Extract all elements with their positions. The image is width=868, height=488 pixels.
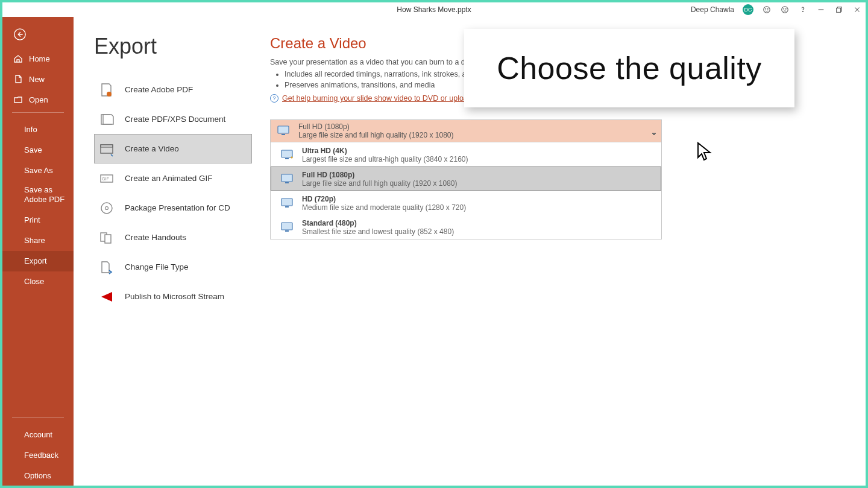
annotation-card: Choose the quality: [464, 29, 794, 107]
svg-rect-14: [101, 145, 113, 153]
export-item-label: Create an Animated GIF: [125, 174, 213, 183]
monitor-icon: [279, 171, 295, 187]
sidebar-label: Home: [29, 54, 50, 63]
svg-rect-31: [285, 230, 289, 232]
sidebar-item-share[interactable]: Share: [2, 230, 74, 251]
svg-rect-26: [281, 174, 292, 182]
quality-option-uhd[interactable]: Ultra HD (4K) Largest file size and ultr…: [271, 142, 661, 166]
export-item-create-video[interactable]: Create a Video: [94, 134, 252, 163]
monitor-icon: [279, 220, 295, 235]
pdf-xps-icon: [98, 111, 115, 128]
quality-dropdown-selected[interactable]: Full HD (1080p) Large file size and full…: [270, 119, 662, 142]
face-sad-icon[interactable]: [780, 5, 790, 14]
quality-option-hd[interactable]: HD (720p) Medium file size and moderate …: [271, 191, 661, 215]
export-title: Export: [94, 34, 252, 59]
export-item-label: Create Adobe PDF: [125, 85, 193, 94]
sidebar-item-saveas[interactable]: Save As: [2, 160, 74, 180]
face-happy-icon[interactable]: [762, 5, 772, 14]
monitor-icon: [275, 123, 291, 139]
sidebar-item-export[interactable]: Export: [2, 251, 74, 271]
export-item-publish-stream[interactable]: Publish to Microsoft Stream: [94, 282, 252, 311]
svg-point-6: [802, 11, 803, 12]
export-item-pdf-xps[interactable]: Create PDF/XPS Document: [94, 104, 252, 134]
export-item-adobe-pdf[interactable]: Create Adobe PDF: [94, 75, 252, 104]
quality-dropdown-list: Ultra HD (4K) Largest file size and ultr…: [270, 142, 662, 239]
sidebar-item-open[interactable]: Open: [2, 89, 74, 110]
selected-quality-desc: Large file size and full high quality (1…: [298, 131, 454, 139]
svg-point-5: [785, 8, 786, 9]
export-item-handouts[interactable]: Create Handouts: [94, 223, 252, 252]
export-item-label: Package Presentation for CD: [125, 203, 230, 212]
new-icon: [13, 74, 23, 84]
chevron-down-icon: [652, 128, 656, 133]
minimize-icon[interactable]: [816, 5, 826, 14]
option-title: Standard (480p): [302, 219, 454, 227]
quality-dropdown: Full HD (1080p) Large file size and full…: [270, 119, 662, 239]
restore-icon[interactable]: [834, 5, 844, 14]
user-name: Deep Chawla: [691, 5, 734, 14]
export-item-label: Create PDF/XPS Document: [125, 115, 225, 124]
svg-point-0: [764, 7, 770, 13]
export-item-package-cd[interactable]: Package Presentation for CD: [94, 193, 252, 223]
sidebar-item-feedback[interactable]: Feedback: [2, 445, 74, 465]
svg-point-3: [782, 7, 788, 13]
svg-point-18: [101, 203, 112, 214]
back-button[interactable]: [2, 21, 74, 48]
sidebar-item-home[interactable]: Home: [2, 48, 74, 69]
sidebar-label: New: [29, 75, 45, 84]
export-item-label: Create Handouts: [125, 233, 186, 242]
help-icon[interactable]: [798, 5, 808, 14]
svg-point-4: [784, 8, 784, 9]
sidebar-item-options[interactable]: Options: [2, 465, 74, 486]
export-item-animated-gif[interactable]: GIF Create an Animated GIF: [94, 163, 252, 193]
export-item-label: Create a Video: [125, 144, 179, 153]
svg-point-19: [105, 206, 108, 209]
svg-rect-21: [105, 235, 111, 243]
export-item-label: Change File Type: [125, 262, 189, 271]
open-icon: [13, 95, 23, 104]
option-desc: Largest file size and ultra-high quality…: [302, 155, 468, 163]
change-filetype-icon: [98, 259, 115, 276]
svg-rect-23: [281, 134, 285, 135]
option-desc: Medium file size and moderate quality (1…: [302, 203, 466, 212]
sidebar-item-print[interactable]: Print: [2, 210, 74, 230]
svg-rect-22: [278, 126, 289, 133]
svg-point-1: [766, 8, 766, 9]
sidebar-item-account[interactable]: Account: [2, 424, 74, 445]
option-title: HD (720p): [302, 195, 466, 203]
document-title: How Sharks Move.pptx: [397, 5, 471, 14]
sidebar-item-new[interactable]: New: [2, 69, 74, 89]
svg-rect-9: [837, 8, 841, 12]
cd-icon: [98, 200, 115, 217]
quality-option-sd[interactable]: Standard (480p) Smallest file size and l…: [271, 215, 661, 239]
option-desc: Large file size and full high quality (1…: [302, 179, 458, 188]
export-item-label: Publish to Microsoft Stream: [125, 292, 224, 301]
title-bar: How Sharks Move.pptx Deep Chawla DC: [2, 2, 866, 17]
option-desc: Smallest file size and lowest quality (8…: [302, 227, 454, 236]
selected-quality-title: Full HD (1080p): [298, 122, 454, 131]
annotation-text: Choose the quality: [497, 50, 762, 86]
backstage-sidebar: Home New Open Info Save Save As Save as …: [2, 17, 74, 486]
svg-rect-30: [281, 223, 292, 230]
close-icon[interactable]: [852, 5, 862, 14]
monitor-icon: [279, 147, 295, 163]
svg-rect-25: [285, 158, 289, 159]
export-panel: Export Create Adobe PDF Create PDF/XPS D…: [74, 17, 252, 486]
svg-point-2: [767, 8, 768, 9]
user-avatar[interactable]: DC: [743, 4, 753, 15]
export-item-change-filetype[interactable]: Change File Type: [94, 252, 252, 282]
video-icon: [98, 141, 115, 157]
sidebar-label: Open: [29, 95, 48, 104]
svg-rect-28: [281, 198, 292, 206]
sidebar-item-close[interactable]: Close: [2, 271, 74, 292]
svg-text:GIF: GIF: [102, 177, 109, 181]
sidebar-item-save[interactable]: Save: [2, 139, 74, 160]
svg-rect-24: [281, 150, 292, 157]
svg-rect-29: [285, 206, 289, 208]
quality-option-fhd[interactable]: Full HD (1080p) Large file size and full…: [271, 166, 661, 191]
svg-point-13: [107, 92, 112, 97]
pdf-adobe-icon: [98, 81, 115, 98]
sidebar-item-save-adobe-pdf[interactable]: Save as Adobe PDF: [2, 180, 74, 210]
option-title: Full HD (1080p): [302, 171, 458, 179]
sidebar-item-info[interactable]: Info: [2, 119, 74, 139]
